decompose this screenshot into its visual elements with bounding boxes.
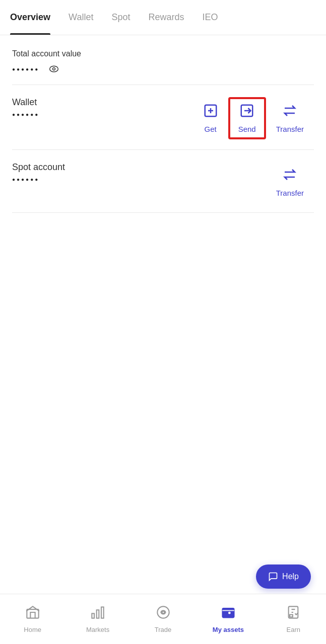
nav-earn-label: Earn bbox=[287, 626, 300, 633]
wallet-header: Wallet ●●●●●● Get bbox=[12, 97, 314, 139]
get-label: Get bbox=[205, 125, 217, 133]
tab-rewards[interactable]: Rewards bbox=[139, 0, 193, 35]
get-icon bbox=[203, 103, 218, 122]
nav-trade[interactable]: Trade bbox=[131, 605, 195, 633]
home-icon bbox=[26, 605, 40, 623]
svg-rect-8 bbox=[92, 613, 94, 618]
spot-transfer-icon bbox=[282, 167, 297, 186]
nav-markets[interactable]: Markets bbox=[65, 605, 130, 633]
nav-markets-label: Markets bbox=[86, 626, 109, 633]
spot-value-hidden: ●●●●●● bbox=[12, 177, 65, 182]
earn-icon bbox=[286, 605, 300, 623]
top-navigation: Overview Wallet Spot Rewards IEO bbox=[0, 0, 326, 35]
wallet-value-hidden: ●●●●●● bbox=[12, 112, 39, 117]
nav-my-assets-label: My assets bbox=[213, 626, 244, 633]
svg-point-1 bbox=[53, 68, 55, 70]
main-content: Total account value ●●●●●● Wallet ●●●●●● bbox=[0, 35, 326, 213]
eye-icon[interactable] bbox=[46, 63, 61, 74]
svg-rect-7 bbox=[27, 609, 38, 618]
spot-info: Spot account ●●●●●● bbox=[12, 162, 65, 182]
nav-trade-label: Trade bbox=[155, 626, 171, 633]
wallet-transfer-label: Transfer bbox=[276, 125, 304, 133]
transfer-icon bbox=[282, 103, 297, 122]
spot-name: Spot account bbox=[12, 162, 65, 173]
divider-3 bbox=[12, 212, 314, 213]
tab-overview[interactable]: Overview bbox=[10, 0, 59, 35]
get-button[interactable]: Get bbox=[193, 98, 228, 138]
svg-point-0 bbox=[50, 66, 58, 72]
total-value-label: Total account value bbox=[12, 49, 314, 58]
svg-rect-15 bbox=[290, 614, 293, 617]
total-value-hidden: ●●●●●● bbox=[12, 66, 39, 72]
wallet-actions: Get Send bbox=[193, 97, 314, 139]
spot-actions: Transfer bbox=[266, 162, 314, 202]
nav-earn[interactable]: Earn bbox=[261, 605, 326, 633]
help-icon bbox=[268, 572, 278, 582]
spot-header: Spot account ●●●●●● Transfer bbox=[12, 162, 314, 202]
svg-point-11 bbox=[157, 606, 169, 618]
total-value-row: ●●●●●● bbox=[12, 63, 314, 74]
bottom-navigation: Home Markets Trade bbox=[0, 594, 326, 644]
wallet-transfer-button[interactable]: Transfer bbox=[266, 98, 314, 138]
spot-section: Spot account ●●●●●● Transfer bbox=[12, 150, 314, 212]
svg-rect-10 bbox=[101, 607, 104, 618]
help-button[interactable]: Help bbox=[256, 565, 311, 589]
trade-icon bbox=[156, 605, 170, 623]
send-icon bbox=[239, 103, 254, 122]
tab-ieo[interactable]: IEO bbox=[193, 0, 227, 35]
nav-home-label: Home bbox=[24, 626, 41, 633]
nav-home[interactable]: Home bbox=[0, 605, 65, 633]
markets-icon bbox=[91, 605, 105, 623]
my-assets-icon bbox=[221, 605, 235, 623]
spot-transfer-label: Transfer bbox=[276, 189, 304, 197]
nav-my-assets[interactable]: My assets bbox=[195, 605, 260, 633]
wallet-section: Wallet ●●●●●● Get bbox=[12, 85, 314, 149]
wallet-name: Wallet bbox=[12, 97, 39, 108]
tab-wallet[interactable]: Wallet bbox=[59, 0, 102, 35]
tab-spot[interactable]: Spot bbox=[102, 0, 139, 35]
send-label: Send bbox=[238, 125, 256, 133]
total-account-section: Total account value ●●●●●● bbox=[12, 35, 314, 85]
spot-transfer-button[interactable]: Transfer bbox=[266, 162, 314, 202]
wallet-info: Wallet ●●●●●● bbox=[12, 97, 39, 117]
svg-rect-9 bbox=[97, 610, 99, 618]
send-button[interactable]: Send bbox=[228, 97, 266, 139]
svg-point-12 bbox=[162, 611, 164, 613]
